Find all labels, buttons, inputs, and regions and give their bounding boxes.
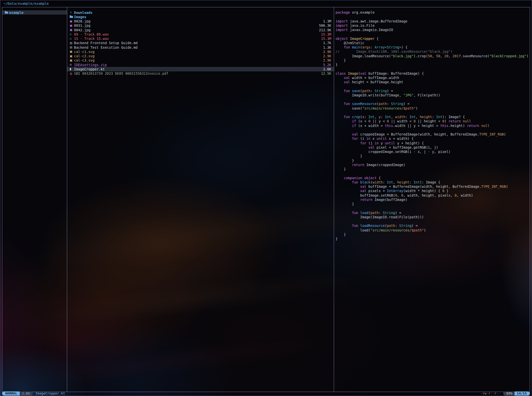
file-name: Downloads — [74, 11, 331, 15]
image-icon: ▣ — [70, 24, 74, 27]
file-size: 1.7K — [323, 41, 331, 45]
code-line: val buffImage = BufferedImage(width, hei… — [336, 184, 530, 189]
code-line: // Image.black(100, 100).saveResource("b… — [336, 49, 530, 54]
file-row[interactable]: ∩09 - Track 09.wav15.3M — [67, 32, 334, 36]
file-size: 586.3K — [319, 23, 331, 28]
file-row[interactable]: ▣0031.jpg586.3K — [67, 23, 334, 28]
file-preview-pane[interactable]: package org.example import java.awt.imag… — [334, 7, 530, 392]
file-row[interactable]: ∩15 - Track 15.wav15.3M — [67, 37, 334, 41]
code-line — [336, 206, 530, 210]
file-name: example — [9, 11, 64, 15]
file-size: 2.9K — [323, 58, 331, 62]
code-line: import javax.imageio.ImageIO — [336, 28, 530, 32]
file-size: 212.9K — [319, 28, 331, 32]
file-row[interactable]: ▥SBI_0032013739_2023_DE05_0003155631Invo… — [67, 71, 334, 76]
code-line: val croppedImage = BufferedImage(width, … — [336, 132, 530, 137]
file-size: 12.5K — [321, 71, 331, 75]
file-name: 0028.jpg — [74, 19, 321, 23]
file-size: 1.3M — [323, 19, 331, 23]
current-directory-pane: ⇩DownloadsImages▣0028.jpg1.3M▣0031.jpg58… — [67, 7, 334, 392]
file-row[interactable]: ▣0028.jpg1.3M — [67, 19, 334, 23]
file-name: SBI_0032013739_2023_DE05_0003155631Invoi… — [74, 71, 319, 75]
image-icon: ▣ — [70, 55, 74, 58]
selected-filename: ImageCropper.kt — [35, 391, 65, 395]
code-line: Image.loadResource("black.jpg").crop(50,… — [336, 54, 530, 58]
code-line: ImageIO.write(buffImage, "JPG", File(pat… — [336, 93, 530, 97]
code-line: } — [336, 202, 530, 206]
selected-file-size-badge: 1.6K — [20, 391, 33, 395]
code-line: companion object { — [336, 176, 530, 180]
code-line: fun load(path: String) = — [336, 211, 530, 215]
code-line: Image(ImageIO.read(File(path))) — [336, 215, 530, 219]
file-name: Backend_Test_Execution_Guide.md — [74, 45, 321, 49]
file-size: 1.3K — [323, 45, 331, 49]
image-icon: ▣ — [70, 59, 74, 62]
code-line: class Image(val buffImage: BufferedImage… — [336, 71, 530, 76]
parent-directory-pane: example — [2, 7, 67, 392]
file-size: 5.2K — [323, 63, 331, 67]
file-row[interactable]: ▣cal-c3.svg2.9K — [67, 58, 334, 63]
code-line — [336, 32, 530, 36]
code-line: croppedImage.setRGB(i - x, j - y, pixel) — [336, 150, 530, 154]
code-line: fun crop(x: Int, y: Int, width: Int, hei… — [336, 115, 530, 119]
code-line: return Image(croppedImage) — [336, 163, 530, 167]
code-line — [336, 111, 530, 115]
code-line: return Image(buffImage) — [336, 198, 530, 202]
folder-icon — [70, 15, 74, 19]
file-row[interactable]: ▣cal-c1.svg2.9K — [67, 49, 334, 54]
file-row[interactable]: example — [2, 10, 67, 15]
code-line: } — [336, 159, 530, 163]
markdown-icon: ▤ — [70, 42, 74, 44]
pdf-icon: ▥ — [70, 72, 74, 75]
file-row[interactable]: ⧉IDEAsettings.zip5.2K — [67, 63, 334, 67]
file-size: 1.6K — [323, 67, 331, 71]
file-name: Images — [74, 15, 331, 19]
file-row[interactable]: ▤Backend_Test_Execution_Guide.md1.3K — [67, 45, 334, 49]
code-line: if (x + width > this.width || y + height… — [336, 124, 530, 128]
file-row[interactable]: ▮ImageCropper.kt1.6K — [67, 67, 334, 71]
code-line: } — [336, 237, 530, 241]
file-row[interactable]: ⇩Downloads — [67, 10, 334, 15]
file-name: Backend_Frontend_Setup_Guide.md — [74, 41, 321, 45]
download-icon: ⇩ — [70, 11, 74, 14]
code-line: save("src/main/resources/$path") — [336, 106, 530, 111]
code-line: } — [336, 232, 530, 237]
folder-icon — [70, 15, 73, 18]
file-name: 15 - Track 15.wav — [74, 37, 319, 41]
status-bar: NORMAL1.6K ImageCropper.kt -rw-r--r-- 93… — [2, 391, 530, 395]
code-line: if (x < 0 || y < 0 || width < 0 || heigh… — [336, 119, 530, 123]
file-row[interactable]: ▣0042.jpg212.9K — [67, 28, 334, 32]
code-line: } — [336, 63, 530, 67]
file-size: 15.3M — [321, 32, 331, 36]
file-name: 0031.jpg — [74, 23, 317, 28]
file-name: 09 - Track 09.wav — [74, 32, 319, 36]
code-line: @JvmStatic — [336, 41, 530, 45]
audio-icon: ∩ — [70, 33, 74, 36]
file-size: 2.9K — [323, 54, 331, 58]
file-size: 2.9K — [323, 50, 331, 54]
folder-icon — [5, 11, 9, 14]
file-row[interactable]: Images — [67, 15, 334, 19]
code-line: object ImageCropper { — [336, 37, 530, 41]
file-row[interactable]: ▣cal-c2.svg2.9K — [67, 54, 334, 58]
vim-mode-badge: NORMAL — [2, 391, 20, 395]
file-row[interactable]: ▤Backend_Frontend_Setup_Guide.md1.7K — [67, 41, 334, 45]
code-line — [336, 219, 530, 224]
code-line: for (i in x until x + width) { — [336, 137, 530, 141]
code-line: fun black(width: Int, height: Int): Imag… — [336, 180, 530, 184]
code-line: } — [336, 154, 530, 158]
archive-icon: ⧉ — [70, 63, 74, 66]
image-icon: ▣ — [70, 20, 74, 23]
code-line: val pixels = IntArray(width * height) { … — [336, 189, 530, 193]
code-line — [336, 84, 530, 89]
image-icon: ▣ — [70, 29, 74, 31]
file-icon: ▮ — [70, 68, 74, 70]
code-line — [336, 15, 530, 19]
image-icon: ▣ — [70, 50, 74, 53]
code-line: fun save(path: String) = — [336, 89, 530, 93]
file-manager-window: example ⇩DownloadsImages▣0028.jpg1.3M▣00… — [2, 7, 530, 392]
file-size: 15.3M — [321, 37, 331, 41]
file-name: 0042.jpg — [74, 28, 317, 32]
file-name: cal-c3.svg — [74, 58, 321, 62]
code-line — [336, 171, 530, 176]
